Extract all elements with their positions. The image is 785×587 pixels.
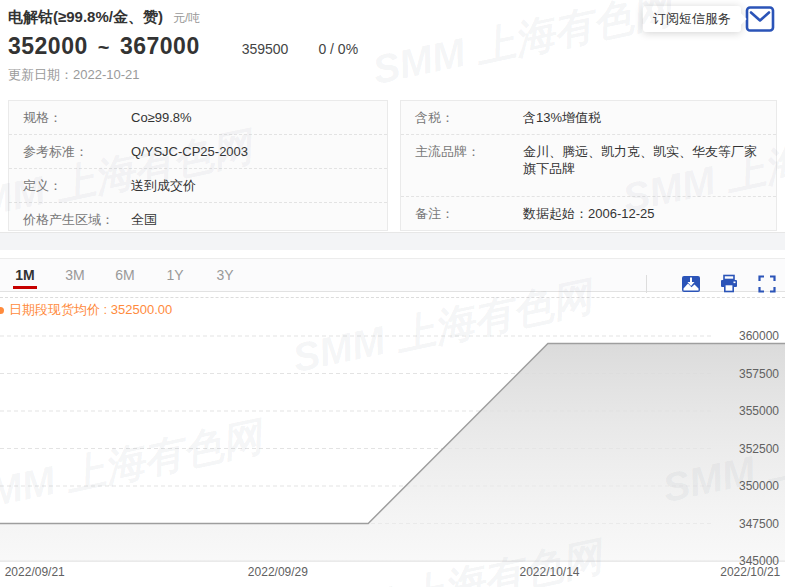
price-chart-card: 1M 3M 6M 1Y 3Y bbox=[0, 250, 785, 587]
price-low: 352000 bbox=[8, 33, 88, 60]
svg-text:2022/09/29: 2022/09/29 bbox=[248, 565, 308, 579]
tab-label: 1Y bbox=[166, 267, 183, 283]
dashed-separator bbox=[0, 297, 785, 298]
row-value: 数据起始：2006-12-25 bbox=[523, 205, 762, 223]
row-value: 含13%增值税 bbox=[523, 109, 762, 127]
svg-text:347500: 347500 bbox=[739, 517, 779, 531]
tab-6m[interactable]: 6M bbox=[100, 259, 150, 292]
table-row: 参考标准： Q/YSJC-CP25-2003 bbox=[9, 135, 387, 169]
print-icon[interactable] bbox=[719, 274, 739, 294]
svg-text:2022/10/21: 2022/10/21 bbox=[720, 565, 780, 579]
page-title: 电解钴(≥99.8%/金、赞) bbox=[8, 8, 163, 27]
save-image-icon[interactable] bbox=[681, 274, 701, 294]
x-axis-labels: 2022/09/212022/09/292022/10/142022/10/21 bbox=[5, 565, 781, 579]
price-average: 359500 bbox=[242, 41, 289, 57]
price-separator: ~ bbox=[98, 36, 110, 59]
update-date: 更新日期：2022-10-21 bbox=[8, 66, 140, 84]
row-label: 含税： bbox=[415, 109, 523, 127]
tab-1m[interactable]: 1M bbox=[0, 259, 50, 292]
spec-info-table: 规格： Co≥99.8% 参考标准： Q/YSJC-CP25-2003 定义： … bbox=[8, 100, 388, 231]
range-tab-bar: 1M 3M 6M 1Y 3Y bbox=[0, 258, 785, 292]
svg-text:357500: 357500 bbox=[739, 367, 779, 381]
table-row: 备注： 数据起始：2006-12-25 bbox=[401, 197, 776, 230]
price-row: 352000 ~ 367000 359500 0 / 0% bbox=[8, 33, 358, 60]
tab-label: 1M bbox=[15, 267, 34, 283]
row-value: 金川、腾远、凯力克、凯实、华友等厂家旗下品牌 bbox=[523, 143, 762, 189]
smm-price-page: 电解钴(≥99.8%/金、赞) 元/吨 352000 ~ 367000 3595… bbox=[0, 0, 785, 587]
row-label: 定义： bbox=[23, 177, 131, 195]
row-label: 价格产生区域： bbox=[23, 211, 131, 229]
row-value: 全国 bbox=[131, 211, 373, 229]
table-row: 规格： Co≥99.8% bbox=[9, 101, 387, 135]
tab-3m[interactable]: 3M bbox=[50, 259, 100, 292]
svg-text:355000: 355000 bbox=[739, 404, 779, 418]
price-area-chart[interactable]: 3450003475003500003525003550003575003600… bbox=[0, 315, 785, 580]
price-unit: 元/吨 bbox=[173, 10, 200, 27]
product-header-card: 电解钴(≥99.8%/金、赞) 元/吨 352000 ~ 367000 3595… bbox=[0, 0, 785, 233]
price-high: 367000 bbox=[120, 33, 200, 60]
svg-text:360000: 360000 bbox=[739, 329, 779, 343]
tab-3y[interactable]: 3Y bbox=[200, 259, 250, 292]
row-label: 规格： bbox=[23, 109, 131, 127]
tax-brand-info-table: 含税： 含13%增值税 主流品牌： 金川、腾远、凯力克、凯实、华友等厂家旗下品牌… bbox=[400, 100, 777, 231]
subscribe-sms-label: 订阅短信服务 bbox=[653, 11, 731, 26]
table-row: 价格产生区域： 全国 bbox=[9, 203, 387, 236]
title-row: 电解钴(≥99.8%/金、赞) 元/吨 bbox=[8, 8, 200, 27]
row-value: Q/YSJC-CP25-2003 bbox=[131, 143, 373, 161]
legend-marker-icon bbox=[0, 307, 4, 314]
row-label: 主流品牌： bbox=[415, 143, 523, 189]
subscribe-sms-tooltip[interactable]: 订阅短信服务 bbox=[643, 6, 741, 32]
svg-text:2022/10/14: 2022/10/14 bbox=[519, 565, 579, 579]
tab-1y[interactable]: 1Y bbox=[150, 259, 200, 292]
price-change: 0 / 0% bbox=[318, 41, 358, 57]
row-label: 参考标准： bbox=[23, 143, 131, 161]
svg-text:2022/09/21: 2022/09/21 bbox=[5, 565, 65, 579]
area-fill bbox=[0, 344, 785, 562]
row-value: Co≥99.8% bbox=[131, 109, 373, 127]
row-value: 送到成交价 bbox=[131, 177, 373, 195]
table-row: 含税： 含13%增值税 bbox=[401, 101, 776, 135]
svg-text:350000: 350000 bbox=[739, 479, 779, 493]
mail-envelope-icon[interactable] bbox=[745, 5, 775, 33]
svg-text:352500: 352500 bbox=[739, 442, 779, 456]
fullscreen-icon[interactable] bbox=[757, 274, 777, 294]
row-label: 备注： bbox=[415, 205, 523, 223]
toolbar-divider bbox=[646, 275, 647, 293]
tab-label: 6M bbox=[115, 267, 134, 283]
table-row: 主流品牌： 金川、腾远、凯力克、凯实、华友等厂家旗下品牌 bbox=[401, 135, 776, 197]
chart-toolbar bbox=[646, 267, 777, 301]
table-row: 定义： 送到成交价 bbox=[9, 169, 387, 203]
tab-label: 3Y bbox=[216, 267, 233, 283]
active-tab-underline bbox=[13, 286, 37, 289]
tab-label: 3M bbox=[65, 267, 84, 283]
